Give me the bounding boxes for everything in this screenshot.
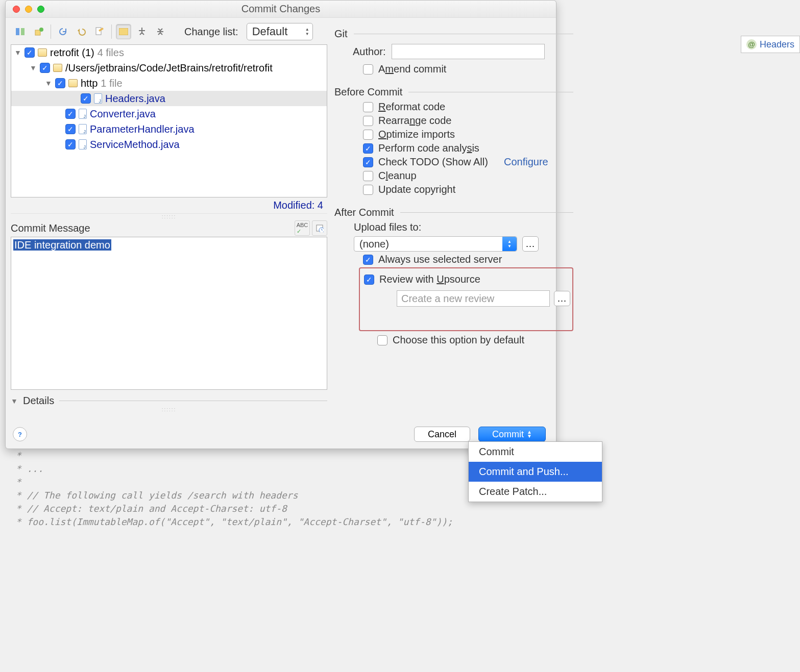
- author-label: Author:: [353, 46, 385, 58]
- svg-rect-2: [35, 30, 40, 35]
- git-section-header: Git: [334, 28, 348, 40]
- move-changelist-icon[interactable]: [31, 24, 46, 39]
- details-expander[interactable]: ▼ Details: [11, 395, 327, 407]
- tree-root[interactable]: ▼ ✓ retrofit (1) 4 files: [11, 45, 327, 60]
- tree-file-headers[interactable]: ✓ Headers.java: [11, 91, 327, 106]
- analysis-label: Perform code analysis: [378, 142, 479, 154]
- help-button[interactable]: ?: [13, 427, 27, 441]
- rearrange-checkbox[interactable]: [363, 116, 373, 126]
- splitter[interactable]: ::::::: [11, 407, 327, 412]
- modified-count: Modified: 4: [11, 197, 327, 214]
- review-name-input[interactable]: Create a new review: [397, 290, 550, 307]
- folder-icon: [53, 64, 62, 72]
- svg-point-3: [39, 28, 43, 32]
- chevron-down-icon[interactable]: ▼: [30, 64, 37, 72]
- reformat-checkbox[interactable]: [363, 102, 373, 112]
- dialog-title: Commit Changes: [6, 3, 556, 15]
- before-commit-header: Before Commit: [334, 86, 402, 98]
- svg-rect-5: [119, 28, 128, 35]
- checkbox-icon[interactable]: ✓: [65, 109, 76, 119]
- rearrange-label: Rearrange code: [378, 115, 451, 127]
- checkbox-icon[interactable]: ✓: [25, 47, 35, 58]
- java-file-icon: [79, 139, 87, 150]
- splitter[interactable]: ::::::: [11, 214, 327, 219]
- commit-message-input[interactable]: IDE integration demo: [11, 237, 327, 390]
- default-option-checkbox[interactable]: [377, 335, 387, 345]
- checkbox-icon[interactable]: ✓: [81, 93, 91, 104]
- group-by-dir-icon[interactable]: [116, 24, 131, 39]
- select-arrow-icon: ▲▼: [502, 237, 517, 251]
- always-server-label: Always use selected server: [378, 254, 502, 265]
- cleanup-label: Cleanup: [378, 170, 417, 182]
- svg-rect-1: [21, 28, 25, 35]
- folder-icon: [38, 48, 47, 57]
- history-icon[interactable]: [312, 220, 327, 236]
- after-commit-header: After Commit: [334, 207, 394, 218]
- todo-label: Check TODO (Show All): [378, 156, 488, 168]
- commit-message-label: Commit Message: [11, 222, 90, 234]
- menu-commit[interactable]: Commit: [469, 442, 602, 462]
- checkbox-icon[interactable]: ✓: [55, 78, 65, 88]
- review-upsource-label: Review with Upsource: [379, 273, 480, 285]
- checkbox-icon[interactable]: ✓: [65, 124, 76, 134]
- java-file-icon: [94, 93, 102, 104]
- revert-icon[interactable]: [74, 24, 89, 39]
- menu-create-patch[interactable]: Create Patch...: [469, 482, 602, 502]
- expand-all-icon[interactable]: [134, 24, 150, 39]
- spellcheck-icon[interactable]: ABC✓: [295, 220, 310, 236]
- changelist-label: Change list:: [184, 26, 238, 38]
- file-tree[interactable]: ▼ ✓ retrofit (1) 4 files ▼ ✓ /Users/jetb…: [11, 44, 327, 197]
- copyright-label: Update copyright: [378, 184, 455, 195]
- optimize-checkbox[interactable]: [363, 130, 373, 140]
- author-input[interactable]: [392, 44, 545, 59]
- upload-label: Upload files to:: [354, 221, 573, 233]
- titlebar: Commit Changes: [6, 1, 556, 18]
- review-browse-button[interactable]: ...: [554, 291, 570, 306]
- code-background: * * ... * * // The following call yields…: [10, 449, 453, 529]
- chevron-down-icon: ▼: [11, 397, 18, 405]
- chevron-down-icon[interactable]: ▼: [45, 79, 52, 87]
- toolbar: Change list: Default ▲▼: [11, 21, 327, 42]
- tree-file-servicemethod[interactable]: ✓ ServiceMethod.java: [11, 137, 327, 152]
- annotation-icon: @: [746, 39, 757, 49]
- configure-link[interactable]: Configure: [504, 156, 548, 168]
- analysis-checkbox[interactable]: ✓: [363, 143, 373, 154]
- menu-commit-and-push[interactable]: Commit and Push...: [469, 462, 602, 482]
- chevron-down-icon[interactable]: ▼: [14, 48, 21, 57]
- commit-dropdown-menu: Commit Commit and Push... Create Patch..…: [468, 441, 602, 502]
- checkbox-icon[interactable]: ✓: [40, 63, 50, 73]
- collapse-all-icon[interactable]: [153, 24, 168, 39]
- reformat-label: Reformat code: [378, 101, 445, 113]
- upload-browse-button[interactable]: ...: [522, 236, 539, 252]
- upload-select[interactable]: (none) ▲▼: [354, 236, 517, 252]
- cancel-button[interactable]: Cancel: [414, 427, 470, 442]
- java-file-icon: [79, 124, 87, 134]
- show-diff-icon[interactable]: [13, 24, 28, 39]
- editor-tab[interactable]: @ Headers: [741, 36, 800, 53]
- refresh-icon[interactable]: [55, 24, 70, 39]
- todo-checkbox[interactable]: ✓: [363, 157, 373, 167]
- default-option-label: Choose this option by default: [393, 334, 524, 346]
- java-file-icon: [79, 109, 87, 119]
- copyright-checkbox[interactable]: [363, 185, 373, 195]
- amend-label: Amend commit: [378, 63, 446, 75]
- review-upsource-checkbox[interactable]: ✓: [364, 275, 374, 285]
- amend-checkbox[interactable]: [363, 64, 373, 74]
- tree-file-paramhandler[interactable]: ✓ ParameterHandler.java: [11, 121, 327, 137]
- tree-path[interactable]: ▼ ✓ /Users/jetbrains/Code/JetBrains/retr…: [11, 60, 327, 76]
- stepper-icon: ▲▼: [305, 27, 309, 36]
- changelist-value: Default: [252, 25, 288, 38]
- tree-http[interactable]: ▼ ✓ http 1 file: [11, 76, 327, 91]
- tree-file-converter[interactable]: ✓ Converter.java: [11, 106, 327, 121]
- upload-value: (none): [359, 238, 389, 250]
- changelist-select[interactable]: Default ▲▼: [247, 23, 313, 40]
- cleanup-checkbox[interactable]: [363, 171, 373, 181]
- commit-message-value: IDE integration demo: [13, 239, 111, 251]
- optimize-label: Optimize imports: [378, 129, 455, 140]
- commit-dialog: Commit Changes Change list: Default ▲▼: [5, 0, 556, 449]
- always-server-checkbox[interactable]: ✓: [363, 255, 373, 265]
- commit-button[interactable]: Commit▲▼: [478, 427, 546, 442]
- checkbox-icon[interactable]: ✓: [65, 139, 76, 150]
- edit-icon[interactable]: [92, 24, 107, 39]
- dropdown-arrow-icon: ▲▼: [527, 430, 532, 438]
